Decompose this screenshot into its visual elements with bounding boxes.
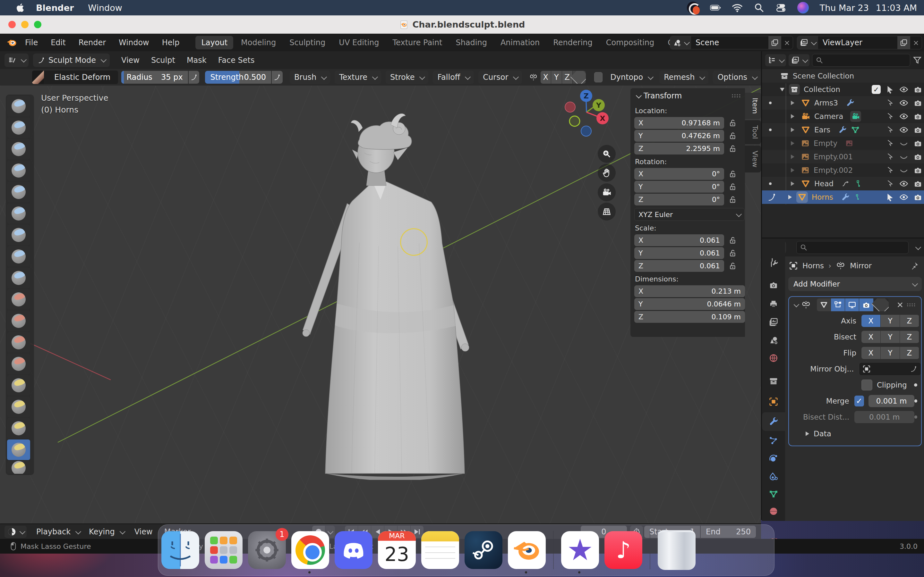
tab-collection-properties[interactable] xyxy=(762,372,785,390)
brush-snake-hook[interactable] xyxy=(7,461,30,474)
hide-render-icon[interactable] xyxy=(913,152,922,161)
hide-viewport-icon[interactable] xyxy=(899,125,908,134)
bisect-distance-field[interactable]: 0.001 m xyxy=(855,411,914,423)
dock-launchpad[interactable] xyxy=(205,531,242,569)
selectable-icon[interactable] xyxy=(886,179,894,188)
add-modifier-button[interactable]: Add Modifier xyxy=(788,277,922,291)
menu-window[interactable]: Window xyxy=(112,38,156,47)
dyntopo-checkbox[interactable] xyxy=(594,72,603,82)
brush-draw[interactable] xyxy=(7,96,30,116)
hide-viewport-icon[interactable] xyxy=(899,112,908,121)
tab-scene-properties[interactable] xyxy=(762,331,785,350)
dock-system-preferences[interactable]: 1 xyxy=(248,531,286,569)
spotlight-icon[interactable] xyxy=(754,2,764,13)
hide-render-icon[interactable] xyxy=(913,125,922,134)
tab-item[interactable]: Item xyxy=(745,93,761,119)
hide-viewport-icon[interactable] xyxy=(899,166,908,175)
timeline-editor-type[interactable] xyxy=(5,526,27,538)
falloff-dropdown[interactable]: Falloff xyxy=(433,71,474,84)
hide-viewport-icon[interactable] xyxy=(899,139,908,148)
new-scene-button[interactable] xyxy=(768,36,781,49)
outliner-display-mode[interactable] xyxy=(765,54,786,66)
properties-options-dropdown[interactable] xyxy=(911,242,922,253)
workspace-tab-texture-paint[interactable]: Texture Paint xyxy=(387,36,448,49)
dock-finder[interactable] xyxy=(162,531,199,569)
lock-icon[interactable] xyxy=(729,236,737,245)
lock-icon[interactable] xyxy=(729,170,737,178)
hide-viewport-icon[interactable] xyxy=(899,85,908,94)
expand-icon[interactable] xyxy=(791,168,795,172)
workspace-tab-rendering[interactable]: Rendering xyxy=(548,36,598,49)
tab-modifier-properties[interactable] xyxy=(762,412,785,431)
collection-checkbox[interactable]: ✓ xyxy=(872,85,881,94)
brush-flatten[interactable] xyxy=(7,311,30,331)
selectable-icon[interactable] xyxy=(886,99,894,107)
outliner-search-input[interactable] xyxy=(812,54,910,67)
apple-icon[interactable] xyxy=(16,3,24,13)
scene-selector[interactable]: Scene xyxy=(670,36,793,49)
brush-scrape[interactable] xyxy=(7,354,30,374)
outliner-row-empty[interactable]: Empty xyxy=(762,137,924,150)
bisect-y-toggle[interactable]: Y xyxy=(881,331,900,343)
flip-x-toggle[interactable]: X xyxy=(861,347,880,359)
eyedropper-icon[interactable] xyxy=(910,365,918,373)
selectable-icon[interactable] xyxy=(886,112,894,121)
brush-thumb[interactable] xyxy=(7,418,30,438)
toggle-on-cage[interactable] xyxy=(817,298,830,311)
brush-fill[interactable] xyxy=(7,332,30,353)
breadcrumb-object[interactable]: Horns xyxy=(803,261,824,270)
workspace-tab-shading[interactable]: Shading xyxy=(450,36,493,49)
toggle-render[interactable] xyxy=(859,298,873,311)
hide-render-icon[interactable] xyxy=(913,112,922,121)
rotation-z-field[interactable]: Z0° xyxy=(634,193,724,205)
rotation-y-field[interactable]: Y0° xyxy=(634,181,724,193)
workspace-tab-sculpting[interactable]: Sculpting xyxy=(284,36,331,49)
tab-view-layer-properties[interactable] xyxy=(762,313,785,332)
camera-view-button[interactable] xyxy=(598,183,615,201)
toggle-edit-mode[interactable] xyxy=(831,298,845,311)
merge-checkbox[interactable]: ✓ xyxy=(855,396,864,406)
outliner-row-empty-001[interactable]: Empty.001 xyxy=(762,150,924,163)
hide-render-icon[interactable] xyxy=(913,139,922,148)
axis-y-toggle[interactable]: Y xyxy=(881,315,900,327)
outliner-row-horns-selected[interactable]: Horns xyxy=(762,190,924,204)
selectable-icon[interactable] xyxy=(886,85,894,93)
browser-status-icon[interactable] xyxy=(687,2,699,14)
merge-value-field[interactable]: 0.001 m xyxy=(869,395,914,407)
bisect-z-toggle[interactable]: Z xyxy=(900,331,919,343)
brush-dropdown[interactable]: Brush xyxy=(290,71,330,84)
selectable-icon[interactable] xyxy=(886,139,894,147)
macos-window-menu[interactable]: Window xyxy=(88,3,122,13)
flip-z-toggle[interactable]: Z xyxy=(900,347,919,359)
editor-type-button[interactable] xyxy=(5,53,29,67)
expand-icon[interactable] xyxy=(791,141,795,145)
texture-dropdown[interactable]: Texture xyxy=(334,71,381,84)
outliner-filter-mode[interactable] xyxy=(788,54,809,66)
location-x-field[interactable]: X0.97168 m xyxy=(634,117,724,129)
outliner-row-empty-002[interactable]: Empty.002 xyxy=(762,163,924,177)
brush-clay-strips[interactable] xyxy=(7,160,30,181)
dock-chrome[interactable] xyxy=(291,531,329,569)
location-y-field[interactable]: Y0.47626 m xyxy=(634,130,724,142)
dimensions-y-field[interactable]: Y0.0646 m xyxy=(634,298,745,310)
brush-inflate[interactable] xyxy=(7,225,30,245)
expand-icon[interactable] xyxy=(791,181,795,186)
lock-icon[interactable] xyxy=(729,183,737,191)
viewport-3d[interactable]: User Perspective (0) Horns xyxy=(0,85,761,524)
menu-render[interactable]: Render xyxy=(72,38,112,47)
dock-trash[interactable] xyxy=(658,530,696,570)
data-section-header[interactable]: Data xyxy=(806,430,831,438)
options-dropdown[interactable]: Options xyxy=(713,71,761,84)
brush-crease[interactable] xyxy=(7,268,30,288)
dock-notes[interactable] xyxy=(421,531,459,569)
radius-slider[interactable]: Radius35 px xyxy=(121,71,188,84)
mode-selector[interactable]: Sculpt Mode xyxy=(33,53,110,67)
brush-layer[interactable] xyxy=(7,203,30,224)
dyntopo-dropdown[interactable]: Dyntopo xyxy=(606,71,657,84)
battery-icon[interactable] xyxy=(710,2,721,13)
lock-icon[interactable] xyxy=(729,145,737,153)
hide-viewport-icon[interactable] xyxy=(899,98,908,107)
zoom-view-button[interactable] xyxy=(598,145,615,163)
workspace-tab-animation[interactable]: Animation xyxy=(495,36,545,49)
brush-clay[interactable] xyxy=(7,139,30,159)
